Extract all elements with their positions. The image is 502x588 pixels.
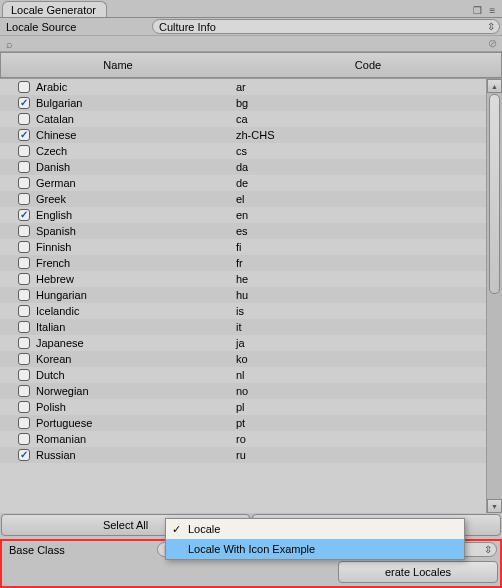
locale-code: ja [236, 337, 486, 349]
locale-code: it [236, 321, 486, 333]
table-row[interactable]: Germande [0, 175, 486, 191]
table-row[interactable]: Icelandicis [0, 303, 486, 319]
locale-name: Chinese [36, 129, 236, 141]
locale-name: Danish [36, 161, 236, 173]
locale-checkbox[interactable] [18, 289, 30, 301]
generate-locales-button[interactable]: erate Locales [338, 561, 498, 583]
locale-checkbox[interactable] [18, 193, 30, 205]
table-row[interactable]: Arabicar [0, 79, 486, 95]
column-header-name[interactable]: Name [0, 52, 235, 78]
popup-item-label: Locale [188, 523, 220, 535]
locale-checkbox[interactable] [18, 305, 30, 317]
locale-source-dropdown[interactable]: Culture Info [152, 19, 500, 34]
scroll-up-icon[interactable]: ▲ [487, 79, 502, 93]
locale-checkbox[interactable] [18, 177, 30, 189]
locale-name: Dutch [36, 369, 236, 381]
table-row[interactable]: Romanianro [0, 431, 486, 447]
search-input[interactable] [15, 37, 485, 51]
locale-code: pt [236, 417, 486, 429]
locale-checkbox[interactable] [18, 145, 30, 157]
locale-code: ro [236, 433, 486, 445]
titlebar: Locale Generator ❒ ≡ [0, 0, 502, 18]
window-tab[interactable]: Locale Generator [2, 1, 107, 17]
table-row[interactable]: Portuguesept [0, 415, 486, 431]
popup-item-label: Locale With Icon Example [188, 543, 315, 555]
locale-checkbox[interactable] [18, 129, 30, 141]
scrollbar-thumb[interactable] [489, 94, 500, 294]
table-row[interactable]: Dutchnl [0, 367, 486, 383]
popup-item[interactable]: Locale With Icon Example [166, 539, 464, 559]
locale-checkbox[interactable] [18, 257, 30, 269]
table-row[interactable]: Japaneseja [0, 335, 486, 351]
locale-checkbox[interactable] [18, 209, 30, 221]
table-row[interactable]: Hungarianhu [0, 287, 486, 303]
locale-name: Hebrew [36, 273, 236, 285]
locale-name: Finnish [36, 241, 236, 253]
table-row[interactable]: Koreanko [0, 351, 486, 367]
table-row[interactable]: Chinesezh-CHS [0, 127, 486, 143]
locale-checkbox[interactable] [18, 385, 30, 397]
column-header-code[interactable]: Code [235, 52, 502, 78]
locale-code: pl [236, 401, 486, 413]
locale-checkbox[interactable] [18, 417, 30, 429]
locale-checkbox[interactable] [18, 225, 30, 237]
locale-code: he [236, 273, 486, 285]
locale-name: Portuguese [36, 417, 236, 429]
table-row[interactable]: Catalanca [0, 111, 486, 127]
locale-source-label: Locale Source [2, 21, 152, 33]
locale-name: Italian [36, 321, 236, 333]
locale-checkbox[interactable] [18, 433, 30, 445]
check-icon: ✓ [172, 523, 188, 536]
table-row[interactable]: Spanishes [0, 223, 486, 239]
base-class-popup[interactable]: ✓LocaleLocale With Icon Example [165, 518, 465, 560]
locale-code: fi [236, 241, 486, 253]
table-row[interactable]: Englishen [0, 207, 486, 223]
table-row[interactable]: Italianit [0, 319, 486, 335]
popup-item[interactable]: ✓Locale [166, 519, 464, 539]
vertical-scrollbar[interactable]: ▲ ▼ [486, 79, 502, 513]
table-row[interactable]: Czechcs [0, 143, 486, 159]
context-menu-icon[interactable]: ≡ [486, 4, 499, 16]
locale-checkbox[interactable] [18, 353, 30, 365]
locale-name: Greek [36, 193, 236, 205]
locale-checkbox[interactable] [18, 401, 30, 413]
locale-code: no [236, 385, 486, 397]
locale-checkbox[interactable] [18, 369, 30, 381]
locale-code: de [236, 177, 486, 189]
locale-name: Korean [36, 353, 236, 365]
locale-name: Catalan [36, 113, 236, 125]
table-row[interactable]: Hebrewhe [0, 271, 486, 287]
table-row[interactable]: Danishda [0, 159, 486, 175]
locale-checkbox[interactable] [18, 113, 30, 125]
locale-name: Polish [36, 401, 236, 413]
table-row[interactable]: Bulgarianbg [0, 95, 486, 111]
locale-name: Russian [36, 449, 236, 461]
locale-checkbox[interactable] [18, 81, 30, 93]
table-row[interactable]: Frenchfr [0, 255, 486, 271]
table-body: ArabicarBulgarianbgCatalancaChinesezh-CH… [0, 79, 486, 513]
locale-checkbox[interactable] [18, 449, 30, 461]
table-row[interactable]: Finnishfi [0, 239, 486, 255]
scroll-down-icon[interactable]: ▼ [487, 499, 502, 513]
locale-checkbox[interactable] [18, 97, 30, 109]
locale-name: German [36, 177, 236, 189]
search-row: ⌕ ⊘ [0, 36, 502, 52]
locale-code: nl [236, 369, 486, 381]
dock-icon[interactable]: ❒ [471, 4, 484, 16]
table-row[interactable]: Russianru [0, 447, 486, 463]
locale-checkbox[interactable] [18, 273, 30, 285]
table-row[interactable]: Norwegianno [0, 383, 486, 399]
locale-checkbox[interactable] [18, 337, 30, 349]
locale-source-row: Locale Source Culture Info [0, 18, 502, 36]
table-row[interactable]: Greekel [0, 191, 486, 207]
locale-name: Romanian [36, 433, 236, 445]
locale-name: Arabic [36, 81, 236, 93]
clear-search-icon[interactable]: ⊘ [485, 37, 499, 50]
locale-code: hu [236, 289, 486, 301]
locale-code: cs [236, 145, 486, 157]
locale-code: da [236, 161, 486, 173]
locale-checkbox[interactable] [18, 321, 30, 333]
locale-checkbox[interactable] [18, 161, 30, 173]
locale-checkbox[interactable] [18, 241, 30, 253]
table-row[interactable]: Polishpl [0, 399, 486, 415]
